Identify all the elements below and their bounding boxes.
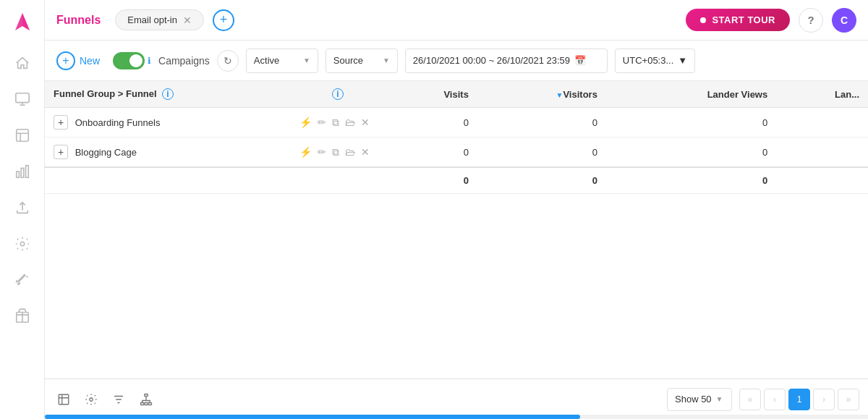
next-page-button[interactable]: › — [813, 389, 835, 410]
svg-point-5 — [20, 242, 25, 246]
lightning-icon[interactable]: ⚡ — [299, 146, 312, 158]
delete-icon[interactable]: ✕ — [361, 146, 370, 158]
funnel-name-label: Blogging Cage — [75, 147, 137, 158]
pagination: « ‹ 1 › » — [739, 389, 859, 410]
th-actions-info-icon[interactable]: i — [332, 88, 344, 100]
horizontal-scrollbar-track[interactable] — [45, 415, 868, 419]
start-tour-dot — [700, 17, 706, 23]
summary-lander — [776, 167, 868, 194]
help-button[interactable]: ? — [799, 8, 823, 33]
sidebar-item-layout[interactable] — [7, 120, 38, 151]
summary-actions — [291, 167, 385, 194]
table-row: + Onboarding Funnels ⚡ ✏ ⧉ 🗁 ✕ 0 0 — [45, 108, 868, 137]
summary-row: 0 0 0 — [45, 167, 868, 194]
row-actions-cell: ⚡ ✏ ⧉ 🗁 ✕ — [291, 137, 385, 168]
sidebar — [0, 0, 45, 419]
summary-visitors: 0 — [477, 167, 606, 194]
row-funnel-name: + Onboarding Funnels — [45, 108, 291, 137]
summary-visits: 0 — [385, 167, 477, 194]
th-funnel-info-icon[interactable]: i — [162, 88, 174, 100]
campaigns-toggle[interactable] — [113, 52, 145, 69]
svg-rect-2 — [16, 172, 19, 177]
funnels-table: Funnel Group > Funnel i i Visits ▼Visito… — [45, 81, 868, 194]
funnel-name-label: Onboarding Funnels — [75, 117, 161, 128]
current-page-number: 1 — [797, 394, 802, 405]
sidebar-item-chart[interactable] — [7, 156, 38, 187]
page-title: Funnels — [56, 14, 101, 27]
folder-icon[interactable]: 🗁 — [345, 146, 355, 158]
source-dropdown[interactable]: Source ▼ — [326, 48, 398, 73]
main-content: Funnels Email opt-in ✕ + START TOUR ? C … — [45, 0, 868, 419]
row-visitors: 0 — [477, 108, 606, 137]
edit-icon[interactable]: ✏ — [318, 146, 326, 158]
row-lander — [776, 108, 868, 137]
folder-icon[interactable]: 🗁 — [345, 117, 355, 128]
campaigns-toggle-wrap: ℹ — [113, 52, 151, 69]
active-dropdown[interactable]: Active ▼ — [246, 48, 318, 73]
sort-arrow-icon: ▼ — [556, 91, 563, 99]
tab-close-icon[interactable]: ✕ — [183, 15, 192, 25]
footer-hierarchy-icon[interactable] — [136, 389, 156, 410]
table-container: Funnel Group > Funnel i i Visits ▼Visito… — [45, 81, 868, 378]
table-body: + Onboarding Funnels ⚡ ✏ ⧉ 🗁 ✕ 0 0 — [45, 108, 868, 194]
show-count-label: Show 50 — [675, 394, 712, 405]
date-range-value: 26/10/2021 00:00 ~ 26/10/2021 23:59 — [413, 55, 570, 66]
summary-lander-views: 0 — [606, 167, 776, 194]
new-button[interactable]: + New — [56, 51, 100, 70]
edit-icon[interactable]: ✏ — [318, 117, 326, 128]
tab-label: Email opt-in — [127, 14, 177, 25]
show-count-select[interactable]: Show 50 ▼ — [667, 388, 732, 411]
show-chevron-icon: ▼ — [716, 395, 723, 403]
svg-point-8 — [90, 397, 93, 401]
copy-icon[interactable]: ⧉ — [332, 146, 339, 158]
lightning-icon[interactable]: ⚡ — [299, 117, 312, 128]
row-visits: 0 — [385, 108, 477, 137]
row-expand-icon[interactable]: + — [54, 145, 68, 159]
sidebar-item-monitor[interactable] — [7, 84, 38, 114]
svg-rect-3 — [21, 168, 24, 177]
prev-page-button[interactable]: ‹ — [764, 389, 786, 410]
toggle-info-icon[interactable]: ℹ — [148, 56, 151, 66]
footer-filter-icon[interactable] — [109, 389, 129, 410]
horizontal-scrollbar-thumb[interactable] — [45, 415, 580, 419]
date-range-picker[interactable]: 26/10/2021 00:00 ~ 26/10/2021 23:59 📅 — [405, 48, 608, 73]
calendar-icon: 📅 — [574, 55, 586, 66]
row-lander-views: 0 — [606, 108, 776, 137]
active-chevron-icon: ▼ — [303, 56, 310, 64]
svg-rect-1 — [16, 130, 28, 142]
svg-rect-11 — [145, 402, 148, 405]
toolbar: + New ℹ Campaigns ↻ Active ▼ Source ▼ 26… — [45, 41, 868, 81]
row-expand-icon[interactable]: + — [54, 115, 68, 130]
table-row: + Blogging Cage ⚡ ✏ ⧉ 🗁 ✕ 0 0 — [45, 137, 868, 168]
th-funnel: Funnel Group > Funnel i — [45, 81, 291, 108]
sidebar-item-home[interactable] — [7, 48, 38, 78]
refresh-button[interactable]: ↻ — [217, 50, 239, 72]
footer-settings-icon[interactable] — [81, 389, 101, 410]
svg-rect-4 — [25, 166, 28, 178]
first-page-button[interactable]: « — [739, 389, 761, 410]
timezone-select[interactable]: UTC+05:3... ▼ — [615, 48, 695, 73]
copy-icon[interactable]: ⧉ — [332, 117, 339, 129]
export-excel-icon[interactable] — [54, 389, 74, 410]
current-page-button[interactable]: 1 — [788, 389, 810, 410]
header: Funnels Email opt-in ✕ + START TOUR ? C — [45, 0, 868, 41]
start-tour-button[interactable]: START TOUR — [686, 9, 790, 31]
th-funnel-label: Funnel Group > Funnel — [54, 88, 157, 99]
user-initial: C — [841, 14, 848, 26]
sidebar-item-magic[interactable] — [7, 265, 38, 295]
th-visits: Visits — [385, 81, 477, 108]
sidebar-item-gift[interactable] — [7, 301, 38, 331]
source-chevron-icon: ▼ — [383, 56, 390, 64]
row-visitors: 0 — [477, 137, 606, 168]
sidebar-item-settings[interactable] — [7, 229, 38, 259]
sidebar-item-upload[interactable] — [7, 192, 38, 223]
sidebar-logo[interactable] — [8, 7, 37, 36]
new-label: New — [80, 55, 100, 67]
add-tab-button[interactable]: + — [213, 9, 234, 31]
user-avatar[interactable]: C — [832, 8, 856, 33]
active-tab[interactable]: Email opt-in ✕ — [115, 9, 204, 30]
last-page-button[interactable]: » — [838, 389, 859, 410]
row-funnel-name: + Blogging Cage — [45, 137, 291, 168]
footer: Show 50 ▼ « ‹ 1 › » — [45, 378, 868, 419]
delete-icon[interactable]: ✕ — [361, 117, 370, 128]
